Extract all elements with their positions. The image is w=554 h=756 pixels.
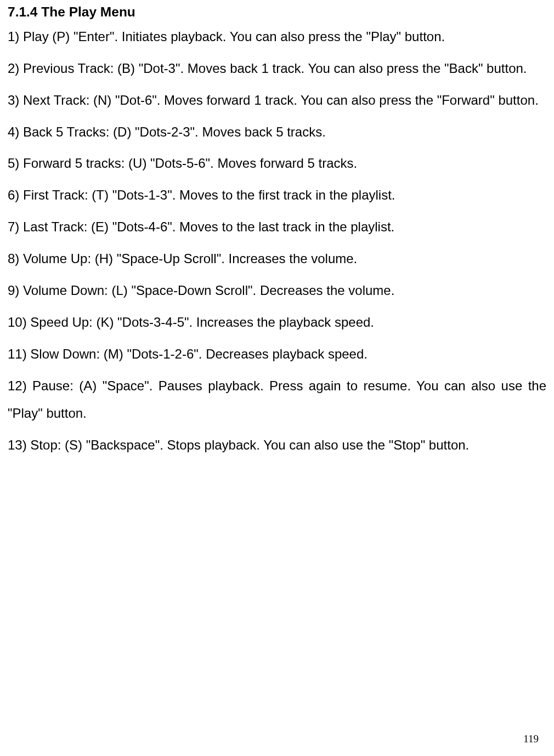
list-item: 3) Next Track: (N) "Dot-6". Moves forwar…: [8, 87, 546, 114]
list-item: 8) Volume Up: (H) "Space-Up Scroll". Inc…: [8, 245, 546, 272]
document-page: 7.1.4 The Play Menu 1) Play (P) "Enter".…: [0, 0, 554, 459]
list-item: 10) Speed Up: (K) "Dots-3-4-5". Increase…: [8, 309, 546, 336]
list-item: 13) Stop: (S) "Backspace". Stops playbac…: [8, 431, 546, 459]
list-item: 4) Back 5 Tracks: (D) "Dots-2-3". Moves …: [8, 118, 546, 146]
list-item: 5) Forward 5 tracks: (U) "Dots-5-6". Mov…: [8, 150, 546, 177]
list-item: 2) Previous Track: (B) "Dot-3". Moves ba…: [8, 55, 546, 82]
list-item: 7) Last Track: (E) "Dots-4-6". Moves to …: [8, 213, 546, 241]
section-heading: 7.1.4 The Play Menu: [8, 3, 546, 21]
list-item: 1) Play (P) "Enter". Initiates playback.…: [8, 23, 546, 50]
list-item: 6) First Track: (T) "Dots-1-3". Moves to…: [8, 181, 546, 209]
list-item: 9) Volume Down: (L) "Space-Down Scroll".…: [8, 277, 546, 304]
list-item: 11) Slow Down: (M) "Dots-1-2-6". Decreas…: [8, 340, 546, 368]
page-number: 119: [523, 733, 539, 745]
list-item: 12) Pause: (A) "Space". Pauses playback.…: [8, 372, 546, 427]
